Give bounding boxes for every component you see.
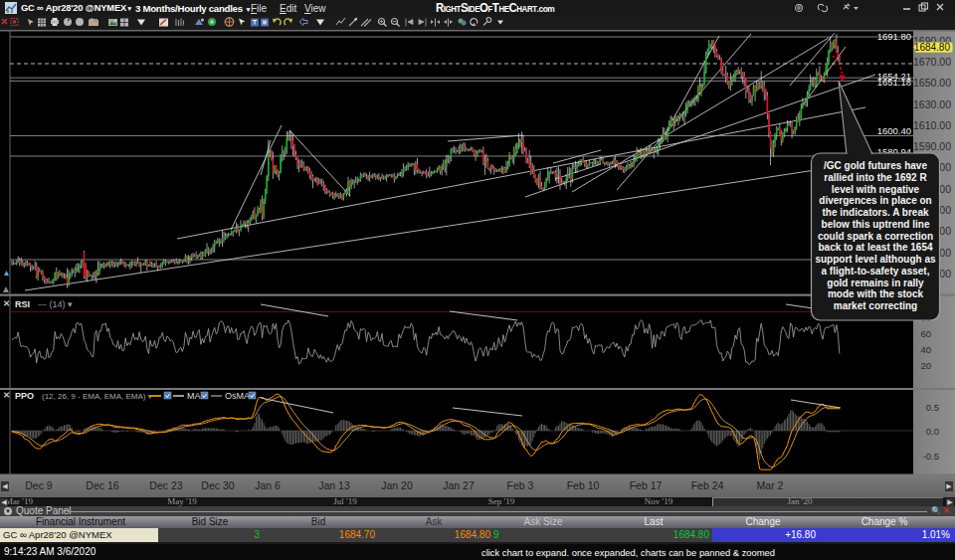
svg-text:0.0: 0.0 <box>926 426 939 437</box>
svg-text:MA: MA <box>187 391 201 401</box>
svg-text:the indicators. A break: the indicators. A break <box>822 207 929 218</box>
svg-text:1590.00: 1590.00 <box>913 140 951 152</box>
svg-text:✕: ✕ <box>3 390 10 400</box>
svg-text:back to at least the 1654: back to at least the 1654 <box>818 242 932 253</box>
svg-text:1684.80: 1684.80 <box>914 42 951 53</box>
svg-text:mode with the stock: mode with the stock <box>828 288 924 299</box>
svg-text:level with negative: level with negative <box>832 184 920 195</box>
svg-text:/GC gold futures have: /GC gold futures have <box>824 160 927 171</box>
svg-text:1691.80: 1691.80 <box>877 31 911 42</box>
svg-text:1630.00: 1630.00 <box>913 98 951 110</box>
svg-text:60: 60 <box>920 328 931 339</box>
svg-text:below this uptrend line: below this uptrend line <box>822 219 930 230</box>
svg-text:1650.00: 1650.00 <box>913 77 951 89</box>
svg-text:a flight-to-safety asset,: a flight-to-safety asset, <box>822 266 930 277</box>
svg-text:RSI: RSI <box>15 299 30 309</box>
svg-text:-0.5: -0.5 <box>923 451 939 462</box>
svg-text:1670.00: 1670.00 <box>913 56 951 68</box>
svg-text:✕: ✕ <box>3 298 10 308</box>
svg-text:— (14) ▾: — (14) ▾ <box>38 299 73 309</box>
svg-text:gold remains in rally: gold remains in rally <box>827 278 924 288</box>
svg-text:support level although as: support level although as <box>815 254 936 265</box>
svg-text:20: 20 <box>920 360 931 371</box>
svg-text:PPO: PPO <box>15 391 34 401</box>
svg-text:1651.18: 1651.18 <box>877 77 911 88</box>
svg-text:1600.40: 1600.40 <box>877 125 911 136</box>
svg-text:market correcting: market correcting <box>834 300 917 311</box>
svg-text:rallied into the 1692 R: rallied into the 1692 R <box>824 172 927 183</box>
svg-text:40: 40 <box>920 344 931 355</box>
svg-text:1610.00: 1610.00 <box>913 119 951 131</box>
svg-text:0.5: 0.5 <box>926 402 939 413</box>
svg-text:OsMA: OsMA <box>225 391 250 401</box>
svg-text:could spark a correction: could spark a correction <box>818 231 933 242</box>
svg-text:(12, 26, 9 - EMA, EMA, EMA) ▾: (12, 26, 9 - EMA, EMA, EMA) ▾ <box>42 392 152 401</box>
svg-text:divergences in place on: divergences in place on <box>819 195 931 206</box>
